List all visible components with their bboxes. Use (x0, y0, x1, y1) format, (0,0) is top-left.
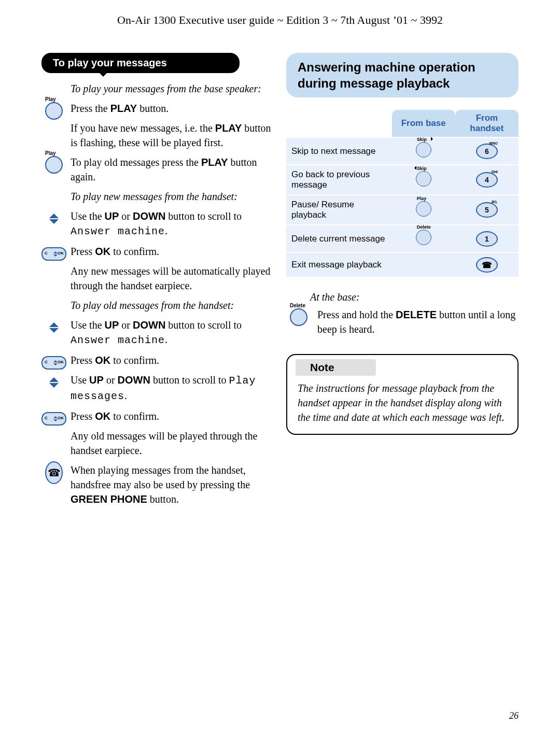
green-phone-icon: ☎ (41, 463, 66, 483)
table-row: Skip to next message Skip 6MNO (286, 137, 519, 165)
col-from-handset: From handset (455, 110, 519, 137)
new-msg-note: If you have new messages, i.e. the PLAY … (71, 121, 274, 150)
ok-pill-icon (41, 244, 66, 264)
operations-table: From base From handset Skip to next mess… (286, 110, 519, 278)
press-ok-1: Press OK to confirm. (71, 244, 274, 259)
key-6-icon: 6MNO (476, 144, 498, 159)
callout-tab: To play your messages (41, 53, 240, 73)
col-from-base: From base (392, 110, 455, 137)
table-row: Exit message playback ☎ (286, 252, 519, 277)
table-row: Go back to previous message Skip 4GHI (286, 165, 519, 195)
running-header: On-Air 1300 Executive user guide ~ Editi… (41, 13, 519, 27)
updown-icon (41, 209, 66, 229)
note-heading: Note (296, 359, 376, 376)
updown-icon (41, 318, 66, 337)
table-row: Pause/ Resume playback Play 5JKL (286, 195, 519, 225)
play-button-icon: Play (41, 101, 66, 121)
delete-icon: Delete (416, 230, 431, 245)
at-the-base-heading: At the base: (310, 291, 519, 303)
key-5-icon: 5JKL (476, 202, 498, 218)
old-play-note: Any old messages will be played through … (71, 429, 274, 458)
press-play: Play Press the PLAY button. (71, 101, 274, 116)
press-ok-2: Press OK to confirm. (71, 353, 274, 367)
table-row: Delete current message Delete 1 (286, 225, 519, 252)
hangup-icon: ☎ (476, 257, 498, 273)
subhead-new-handset: To play new messages from the handset: (71, 189, 274, 204)
subhead-old-handset: To play old messages from the handset: (71, 298, 274, 313)
page-number: 26 (509, 711, 519, 721)
right-column: Answering machine operation during messa… (286, 53, 519, 512)
ok-pill-icon (41, 409, 66, 429)
handsfree-note: ☎ When playing messages from the handset… (71, 463, 274, 506)
left-column: To play your messages To play your messa… (41, 53, 274, 512)
old-msg-note: Play To play old messages press the PLAY… (71, 155, 274, 184)
play-button-icon: Play (41, 155, 66, 175)
scroll-answer-1: Use the UP or DOWN button to scroll to A… (71, 209, 274, 239)
updown-icon (41, 373, 66, 392)
scroll-play: Use UP or DOWN button to scroll to Play … (71, 373, 274, 404)
ok-pill-icon (41, 353, 66, 373)
note-box: Note The instructions for message playba… (286, 354, 519, 435)
key-4-icon: 4GHI (476, 172, 498, 188)
skip-prev-icon: Skip (416, 171, 431, 187)
skip-next-icon: Skip (416, 142, 431, 158)
play-pause-icon: Play (416, 201, 431, 217)
delete-button-icon: Delete (286, 307, 311, 327)
press-ok-3: Press OK to confirm. (71, 409, 274, 423)
auto-play-note: Any new messages will be automatically p… (71, 264, 274, 293)
delete-hold-row: Delete Press and hold the DELETE button … (286, 307, 519, 336)
note-body: The instructions for message playback fr… (298, 381, 507, 424)
section-heading: Answering machine operation during messa… (286, 53, 519, 97)
scroll-answer-2: Use the UP or DOWN button to scroll to A… (71, 318, 274, 348)
key-1-icon: 1 (476, 231, 498, 247)
subhead-base-speaker: To play your messages from the base spea… (71, 81, 274, 96)
